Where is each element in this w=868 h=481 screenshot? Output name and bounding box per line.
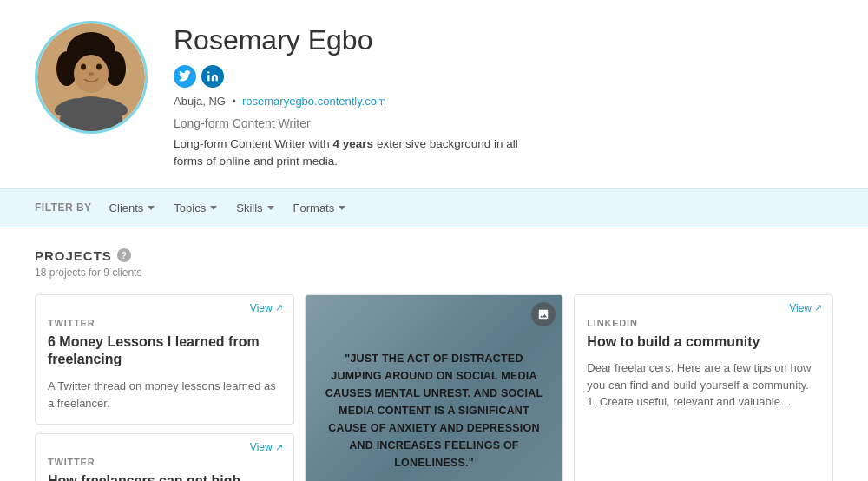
card-4-title: How freelancers can get high-paying clie… bbox=[48, 472, 281, 481]
card-3-desc: Dear freelancers, Here are a few tips on… bbox=[587, 359, 820, 411]
card-4-view-link[interactable]: View ↗ bbox=[250, 441, 283, 453]
filter-clients-button[interactable]: Clients bbox=[102, 198, 162, 218]
profile-bio: Long-form Content Writer with 4 years ex… bbox=[174, 135, 538, 171]
card-3-view-link[interactable]: View ↗ bbox=[789, 302, 822, 314]
card-3-title: How to build a community bbox=[587, 333, 820, 352]
external-link-icon: ↗ bbox=[814, 302, 822, 313]
project-card-1: View ↗ TWITTER 6 Money Lessons I learned… bbox=[35, 294, 294, 425]
svg-point-4 bbox=[56, 51, 77, 86]
card-3-body: LINKEDIN How to build a community Dear f… bbox=[575, 318, 832, 482]
quote-text: "JUST THE ACT OF DISTRACTED JUMPING AROU… bbox=[321, 350, 548, 471]
card-1-platform: TWITTER bbox=[48, 318, 281, 328]
linkedin-icon[interactable] bbox=[201, 65, 224, 88]
card-4-platform: TWITTER bbox=[48, 457, 281, 467]
card-1-title: 6 Money Lessons I learned from freelanci… bbox=[48, 333, 281, 370]
svg-point-5 bbox=[105, 51, 126, 86]
projects-grid: View ↗ TWITTER 6 Money Lessons I learned… bbox=[35, 294, 833, 482]
project-card-4: View ↗ TWITTER How freelancers can get h… bbox=[35, 433, 294, 481]
projects-title: PROJECTS bbox=[35, 248, 112, 263]
profile-section: Rosemary Egbo Abuja, NG • rosemaryegbo.c… bbox=[0, 0, 868, 188]
projects-section: PROJECTS ? 18 projects for 9 clients Vie… bbox=[0, 227, 868, 482]
card-4-header: View ↗ bbox=[36, 434, 293, 457]
twitter-icon[interactable] bbox=[174, 65, 196, 88]
card-1-desc: A Twitter thread on money lessons learne… bbox=[48, 378, 281, 412]
svg-point-9 bbox=[96, 64, 102, 70]
info-icon[interactable]: ? bbox=[117, 248, 131, 262]
card-1-body: TWITTER 6 Money Lessons I learned from f… bbox=[36, 318, 293, 425]
filter-topics-button[interactable]: Topics bbox=[167, 198, 224, 218]
chevron-down-icon bbox=[210, 206, 217, 210]
card-1-view-link[interactable]: View ↗ bbox=[250, 302, 283, 314]
card-image-bg: "JUST THE ACT OF DISTRACTED JUMPING AROU… bbox=[306, 295, 563, 482]
profile-name: Rosemary Egbo bbox=[174, 24, 833, 56]
card-3-header: View ↗ bbox=[575, 295, 832, 318]
profile-info: Rosemary Egbo Abuja, NG • rosemaryegbo.c… bbox=[174, 21, 833, 171]
card-1-header: View ↗ bbox=[36, 295, 293, 318]
profile-website-link[interactable]: rosemaryegbo.contently.com bbox=[242, 95, 386, 108]
image-badge bbox=[531, 302, 556, 326]
filter-skills-button[interactable]: Skills bbox=[229, 198, 280, 218]
filter-bar: FILTER BY Clients Topics Skills Formats bbox=[0, 188, 868, 227]
external-link-icon: ↗ bbox=[275, 442, 283, 453]
chevron-down-icon bbox=[339, 206, 345, 210]
project-card-3: View ↗ LINKEDIN How to build a community… bbox=[574, 294, 833, 482]
chevron-down-icon bbox=[267, 206, 274, 210]
svg-point-8 bbox=[81, 64, 86, 70]
avatar bbox=[35, 21, 148, 134]
external-link-icon: ↗ bbox=[275, 302, 283, 313]
profile-title: Long-form Content Writer bbox=[174, 116, 833, 130]
filter-by-label: FILTER BY bbox=[35, 201, 92, 214]
profile-location: Abuja, NG • rosemaryegbo.contently.com bbox=[174, 95, 833, 108]
projects-header: PROJECTS ? bbox=[35, 248, 833, 263]
project-card-image: "JUST THE ACT OF DISTRACTED JUMPING AROU… bbox=[305, 294, 564, 482]
svg-point-11 bbox=[207, 71, 209, 73]
card-4-body: TWITTER How freelancers can get high-pay… bbox=[36, 457, 293, 481]
svg-point-10 bbox=[89, 72, 94, 76]
social-icons bbox=[174, 65, 833, 88]
projects-subtitle: 18 projects for 9 clients bbox=[35, 267, 833, 279]
card-image-text: "JUST THE ACT OF DISTRACTED JUMPING AROU… bbox=[306, 333, 563, 482]
chevron-down-icon bbox=[148, 206, 155, 210]
filter-formats-button[interactable]: Formats bbox=[286, 198, 353, 218]
card-3-platform: LINKEDIN bbox=[587, 318, 820, 328]
